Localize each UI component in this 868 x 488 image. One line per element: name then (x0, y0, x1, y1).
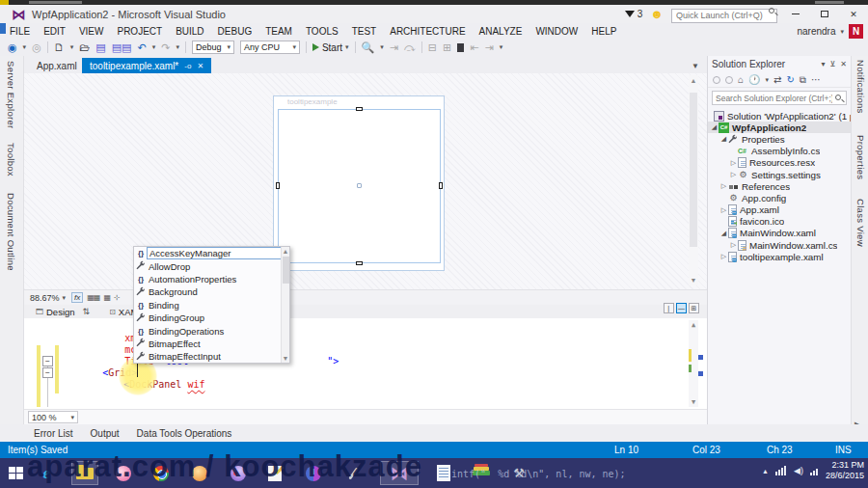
designer-zoom-dropdown[interactable]: 88.67% ▾ (28, 293, 68, 303)
tree-item-favicon[interactable]: favicon.ico (708, 216, 851, 228)
find-in-files-icon[interactable]: 🔍 (362, 41, 375, 53)
intellisense-item-accesskeymanager[interactable]: {} AccessKeyManager (134, 247, 289, 259)
intellisense-scrollbar[interactable]: ▲ ▼ (281, 247, 289, 363)
intellisense-item-automationproperties[interactable]: {} AutomationProperties (134, 273, 289, 285)
close-panel-icon[interactable]: ✕ (840, 60, 847, 68)
uncomment-icon[interactable]: ⊞ (443, 41, 451, 53)
expand-arrow-icon[interactable]: ◢ (710, 123, 719, 131)
tab-app-xaml[interactable]: App.xaml (29, 58, 85, 73)
tab-output[interactable]: Output (91, 428, 120, 439)
open-file-icon[interactable]: 🗁 (79, 41, 90, 53)
tree-item-settings[interactable]: ▷ ⚙ Settings.settings (708, 169, 851, 180)
volume-icon[interactable]: ◀) (794, 466, 803, 475)
tree-item-properties[interactable]: ◢ Properties (708, 133, 851, 145)
step-over-icon[interactable]: ⤼ (404, 41, 416, 53)
menu-architecture[interactable]: ARCHITECTURE (390, 26, 465, 37)
menu-analyze[interactable]: ANALYZE (479, 26, 523, 37)
tree-item-wpfapplication2[interactable]: ◢ C# WpfApplication2 (708, 122, 851, 133)
menu-view[interactable]: VIEW (79, 26, 104, 37)
bookmark-icon[interactable] (457, 43, 464, 52)
tree-item-mainwindow-xaml[interactable]: ◢ MainWindow.xaml (708, 228, 851, 239)
tree-item-mainwindow-xaml-cs[interactable]: ▷ MainWindow.xaml.cs (708, 239, 851, 251)
xaml-designer-surface[interactable]: tooltipexample ▲ ▲ ▼ (24, 73, 707, 289)
new-project-icon[interactable]: 🗋 (54, 41, 65, 53)
tab-notifications[interactable]: Notifications (855, 60, 866, 114)
editor-vertical-scrollbar[interactable]: ▲ ▼ (689, 320, 698, 407)
expand-arrow-icon[interactable]: ▷ (719, 253, 728, 260)
start-button[interactable] (2, 461, 29, 485)
resize-handle-bottom[interactable] (356, 261, 363, 265)
collapse-pane-button[interactable]: ⊞ (689, 303, 699, 313)
start-debugging-button[interactable]: Start ▾ (312, 42, 349, 53)
menu-team[interactable]: TEAM (265, 26, 292, 37)
tree-item-assemblyinfo[interactable]: C# AssemblyInfo.cs (708, 146, 851, 157)
back-icon[interactable] (713, 76, 720, 84)
show-grid-icon[interactable]: ▦▦ (87, 293, 99, 302)
tab-properties[interactable]: Properties (855, 135, 866, 179)
solution-explorer-search-input[interactable] (712, 91, 847, 105)
sync-with-active-document-icon[interactable]: ⇄ (773, 75, 781, 85)
grid-selection-adorner[interactable] (278, 109, 441, 263)
menu-build[interactable]: BUILD (176, 26, 203, 37)
pin-panel-icon[interactable]: ⊻ (829, 60, 835, 68)
save-all-icon[interactable]: ▤▤ (112, 41, 132, 53)
resize-handle-left[interactable] (276, 182, 280, 189)
editor-zoom-dropdown[interactable]: 100 % ▾ (28, 411, 78, 423)
intellisense-item-bindingoperations[interactable]: {} BindingOperations (134, 324, 289, 337)
effects-toggle-button[interactable]: fx (71, 292, 83, 303)
tab-document-outline[interactable]: Document Outline (6, 193, 16, 271)
document-well-dropdown-icon[interactable]: ▼ (692, 62, 699, 70)
panel-dropdown-icon[interactable]: ▾ (821, 60, 825, 68)
intellisense-item-bitmapeffectinput[interactable]: BitmapEffectInput (134, 350, 289, 363)
vertical-split-button[interactable]: ❘ (664, 303, 674, 313)
menu-tools[interactable]: TOOLS (306, 26, 339, 37)
outdent-icon[interactable]: ⇥ (484, 41, 493, 53)
redo-caret-icon[interactable]: ▾ (176, 43, 179, 51)
close-button[interactable]: ✕ (843, 7, 864, 21)
network-icon[interactable] (775, 462, 787, 479)
tray-clock[interactable]: 2:31 PM 28/6/2015 (826, 460, 864, 481)
quick-launch-input[interactable] (671, 9, 777, 23)
indent-icon[interactable]: ⇤ (470, 41, 478, 53)
tab-design-view[interactable]: 🗔 Design (28, 305, 83, 318)
tree-item-solution[interactable]: Solution 'WpfApplication2' (1 proj (708, 110, 851, 122)
undo-caret-icon[interactable]: ▾ (152, 43, 156, 51)
scroll-down-icon[interactable]: ▼ (690, 277, 697, 284)
close-tab-icon[interactable]: ✕ (197, 62, 203, 70)
tree-item-appconfig[interactable]: ⚙ App.config (708, 192, 851, 203)
comment-icon[interactable]: ⊟ (428, 41, 437, 53)
tree-item-appxaml[interactable]: ▷ App.xaml (708, 204, 851, 216)
toolbar-overflow-icon[interactable]: ▾ (500, 43, 503, 51)
save-icon[interactable]: ▤ (95, 41, 105, 53)
menu-debug[interactable]: DEBUG (218, 26, 253, 37)
menu-edit[interactable]: EDIT (43, 26, 66, 37)
redo-icon[interactable]: ↷ (161, 41, 170, 53)
restore-button[interactable] (814, 7, 835, 21)
scrollbar-thumb[interactable] (690, 93, 697, 247)
intellisense-item-bindinggroup[interactable]: BindingGroup (134, 312, 289, 324)
toolbar-more-icon[interactable]: ⋯ (811, 75, 821, 85)
tab-class-view[interactable]: Class View (855, 199, 866, 247)
intellisense-item-background[interactable]: Background (134, 285, 289, 298)
resize-handle-top[interactable] (356, 107, 363, 111)
expand-arrow-icon[interactable]: ▷ (729, 241, 738, 249)
new-caret-icon[interactable]: ▾ (70, 43, 74, 51)
tab-server-explorer[interactable]: Server Explorer (6, 61, 16, 129)
menu-test[interactable]: TEST (352, 26, 377, 37)
expand-arrow-icon[interactable]: ▷ (729, 159, 738, 167)
fold-collapse-box[interactable]: − (42, 356, 53, 366)
tab-toolbox[interactable]: Toolbox (6, 143, 16, 176)
tree-item-resources[interactable]: ▷ Resources.resx (708, 157, 851, 169)
menu-window[interactable]: WINDOW (535, 26, 578, 37)
scrollbar-thumb[interactable] (283, 257, 289, 284)
tab-data-tools-operations[interactable]: Data Tools Operations (137, 428, 232, 439)
solution-explorer-header[interactable]: Solution Explorer ▾ ⊻ ✕ (708, 56, 851, 72)
scroll-up-icon[interactable]: ▲ (690, 321, 697, 329)
pin-tab-icon[interactable]: -o (184, 62, 191, 70)
refresh-icon[interactable]: ↻ (786, 75, 794, 85)
expand-arrow-icon[interactable]: ◢ (719, 135, 728, 143)
horizontal-split-button[interactable]: — (676, 303, 687, 313)
snap-grid-icon[interactable]: ▦ (103, 293, 110, 302)
scroll-down-icon[interactable]: ▼ (690, 398, 697, 406)
menu-project[interactable]: PROJECT (117, 26, 162, 37)
